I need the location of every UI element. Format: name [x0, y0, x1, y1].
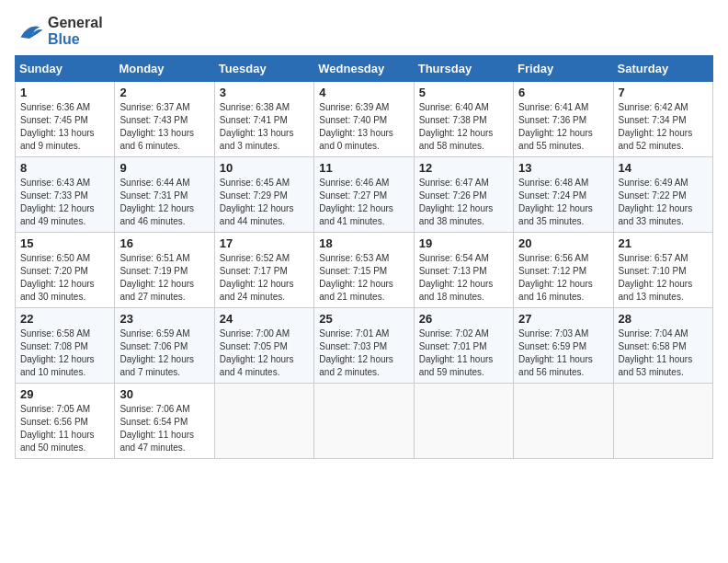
day-info: Sunrise: 6:47 AM Sunset: 7:26 PM Dayligh…: [419, 177, 508, 228]
calendar-cell: 20 Sunrise: 6:56 AM Sunset: 7:12 PM Dayl…: [514, 233, 613, 308]
calendar-cell: [214, 384, 313, 459]
calendar-cell: 13 Sunrise: 6:48 AM Sunset: 7:24 PM Dayl…: [514, 157, 613, 233]
day-number: 2: [119, 86, 209, 99]
day-info: Sunrise: 6:46 AM Sunset: 7:27 PM Dayligh…: [319, 177, 408, 228]
day-info: Sunrise: 6:37 AM Sunset: 7:43 PM Dayligh…: [119, 101, 209, 153]
day-info: Sunrise: 6:57 AM Sunset: 7:10 PM Dayligh…: [619, 252, 708, 304]
day-number: 28: [619, 312, 708, 326]
calendar-cell: 21 Sunrise: 6:57 AM Sunset: 7:10 PM Dayl…: [613, 233, 712, 308]
day-number: 22: [20, 312, 109, 326]
logo-text: General Blue: [48, 15, 103, 48]
day-info: Sunrise: 6:40 AM Sunset: 7:38 PM Dayligh…: [419, 101, 508, 153]
day-info: Sunrise: 6:49 AM Sunset: 7:22 PM Dayligh…: [619, 177, 708, 228]
calendar-cell: 19 Sunrise: 6:54 AM Sunset: 7:13 PM Dayl…: [414, 233, 513, 308]
day-number: 19: [419, 236, 508, 250]
day-number: 30: [119, 387, 209, 401]
day-info: Sunrise: 6:50 AM Sunset: 7:20 PM Dayligh…: [20, 252, 109, 304]
calendar-cell: 22 Sunrise: 6:58 AM Sunset: 7:08 PM Dayl…: [16, 308, 115, 384]
calendar-cell: 24 Sunrise: 7:00 AM Sunset: 7:05 PM Dayl…: [214, 308, 313, 384]
day-number: 9: [119, 161, 209, 175]
calendar-header-row: Sunday Monday Tuesday Wednesday Thursday…: [16, 56, 713, 82]
calendar-cell: 18 Sunrise: 6:53 AM Sunset: 7:15 PM Dayl…: [314, 233, 414, 308]
calendar-cell: 27 Sunrise: 7:03 AM Sunset: 6:59 PM Dayl…: [514, 308, 613, 384]
day-number: 12: [419, 161, 508, 175]
calendar-cell: 4 Sunrise: 6:39 AM Sunset: 7:40 PM Dayli…: [314, 82, 414, 157]
day-info: Sunrise: 6:45 AM Sunset: 7:29 PM Dayligh…: [220, 177, 309, 228]
day-info: Sunrise: 6:52 AM Sunset: 7:17 PM Dayligh…: [220, 252, 309, 304]
calendar-week-row: 22 Sunrise: 6:58 AM Sunset: 7:08 PM Dayl…: [16, 308, 713, 384]
day-number: 5: [419, 86, 508, 99]
day-info: Sunrise: 6:51 AM Sunset: 7:19 PM Dayligh…: [119, 252, 209, 304]
day-number: 15: [20, 236, 109, 250]
calendar-cell: 3 Sunrise: 6:38 AM Sunset: 7:41 PM Dayli…: [214, 82, 313, 157]
calendar-cell: 9 Sunrise: 6:44 AM Sunset: 7:31 PM Dayli…: [115, 157, 214, 233]
day-info: Sunrise: 7:00 AM Sunset: 7:05 PM Dayligh…: [220, 327, 309, 379]
calendar-week-row: 29 Sunrise: 7:05 AM Sunset: 6:56 PM Dayl…: [16, 384, 713, 459]
calendar-week-row: 8 Sunrise: 6:43 AM Sunset: 7:33 PM Dayli…: [16, 157, 713, 233]
calendar-cell: 26 Sunrise: 7:02 AM Sunset: 7:01 PM Dayl…: [414, 308, 513, 384]
day-info: Sunrise: 6:59 AM Sunset: 7:06 PM Dayligh…: [119, 327, 209, 379]
day-number: 4: [319, 86, 408, 99]
day-number: 8: [20, 161, 109, 175]
day-number: 29: [20, 387, 109, 401]
calendar-cell: 23 Sunrise: 6:59 AM Sunset: 7:06 PM Dayl…: [115, 308, 214, 384]
day-info: Sunrise: 6:41 AM Sunset: 7:36 PM Dayligh…: [518, 101, 608, 153]
header-friday: Friday: [514, 56, 613, 82]
day-info: Sunrise: 6:36 AM Sunset: 7:45 PM Dayligh…: [20, 101, 109, 153]
day-number: 7: [619, 86, 708, 99]
calendar-cell: 11 Sunrise: 6:46 AM Sunset: 7:27 PM Dayl…: [314, 157, 414, 233]
calendar-cell: [613, 384, 712, 459]
header-tuesday: Tuesday: [214, 56, 313, 82]
day-number: 11: [319, 161, 408, 175]
calendar-cell: 1 Sunrise: 6:36 AM Sunset: 7:45 PM Dayli…: [16, 82, 115, 157]
day-number: 14: [619, 161, 708, 175]
calendar-cell: [314, 384, 414, 459]
calendar-cell: 5 Sunrise: 6:40 AM Sunset: 7:38 PM Dayli…: [414, 82, 513, 157]
calendar-cell: 15 Sunrise: 6:50 AM Sunset: 7:20 PM Dayl…: [16, 233, 115, 308]
day-number: 13: [518, 161, 608, 175]
calendar-week-row: 15 Sunrise: 6:50 AM Sunset: 7:20 PM Dayl…: [16, 233, 713, 308]
day-info: Sunrise: 6:43 AM Sunset: 7:33 PM Dayligh…: [20, 177, 109, 228]
day-number: 1: [20, 86, 109, 99]
day-number: 21: [619, 236, 708, 250]
calendar-cell: 17 Sunrise: 6:52 AM Sunset: 7:17 PM Dayl…: [214, 233, 313, 308]
calendar-cell: [514, 384, 613, 459]
logo-icon: [15, 17, 44, 46]
header-monday: Monday: [115, 56, 214, 82]
calendar-cell: 25 Sunrise: 7:01 AM Sunset: 7:03 PM Dayl…: [314, 308, 414, 384]
day-info: Sunrise: 7:05 AM Sunset: 6:56 PM Dayligh…: [20, 403, 109, 454]
calendar-body: 1 Sunrise: 6:36 AM Sunset: 7:45 PM Dayli…: [16, 82, 713, 459]
day-info: Sunrise: 7:06 AM Sunset: 6:54 PM Dayligh…: [119, 403, 209, 454]
calendar-cell: 7 Sunrise: 6:42 AM Sunset: 7:34 PM Dayli…: [613, 82, 712, 157]
calendar-cell: 8 Sunrise: 6:43 AM Sunset: 7:33 PM Dayli…: [16, 157, 115, 233]
calendar-cell: [414, 384, 513, 459]
calendar-cell: 16 Sunrise: 6:51 AM Sunset: 7:19 PM Dayl…: [115, 233, 214, 308]
page-header: General Blue: [15, 15, 713, 48]
header-sunday: Sunday: [16, 56, 115, 82]
day-info: Sunrise: 7:01 AM Sunset: 7:03 PM Dayligh…: [319, 327, 408, 379]
day-number: 27: [518, 312, 608, 326]
calendar-cell: 14 Sunrise: 6:49 AM Sunset: 7:22 PM Dayl…: [613, 157, 712, 233]
header-wednesday: Wednesday: [314, 56, 414, 82]
calendar-week-row: 1 Sunrise: 6:36 AM Sunset: 7:45 PM Dayli…: [16, 82, 713, 157]
day-number: 17: [220, 236, 309, 250]
day-info: Sunrise: 7:02 AM Sunset: 7:01 PM Dayligh…: [419, 327, 508, 379]
day-number: 25: [319, 312, 408, 326]
day-number: 26: [419, 312, 508, 326]
day-number: 18: [319, 236, 408, 250]
day-info: Sunrise: 7:04 AM Sunset: 6:58 PM Dayligh…: [619, 327, 708, 379]
header-thursday: Thursday: [414, 56, 513, 82]
header-saturday: Saturday: [613, 56, 712, 82]
calendar-cell: 2 Sunrise: 6:37 AM Sunset: 7:43 PM Dayli…: [115, 82, 214, 157]
day-info: Sunrise: 6:39 AM Sunset: 7:40 PM Dayligh…: [319, 101, 408, 153]
day-number: 20: [518, 236, 608, 250]
day-number: 6: [518, 86, 608, 99]
day-info: Sunrise: 6:42 AM Sunset: 7:34 PM Dayligh…: [619, 101, 708, 153]
calendar-cell: 10 Sunrise: 6:45 AM Sunset: 7:29 PM Dayl…: [214, 157, 313, 233]
day-info: Sunrise: 6:38 AM Sunset: 7:41 PM Dayligh…: [220, 101, 309, 153]
day-info: Sunrise: 6:56 AM Sunset: 7:12 PM Dayligh…: [518, 252, 608, 304]
calendar-table: Sunday Monday Tuesday Wednesday Thursday…: [15, 55, 713, 459]
day-number: 24: [220, 312, 309, 326]
day-number: 10: [220, 161, 309, 175]
day-info: Sunrise: 6:44 AM Sunset: 7:31 PM Dayligh…: [119, 177, 209, 228]
